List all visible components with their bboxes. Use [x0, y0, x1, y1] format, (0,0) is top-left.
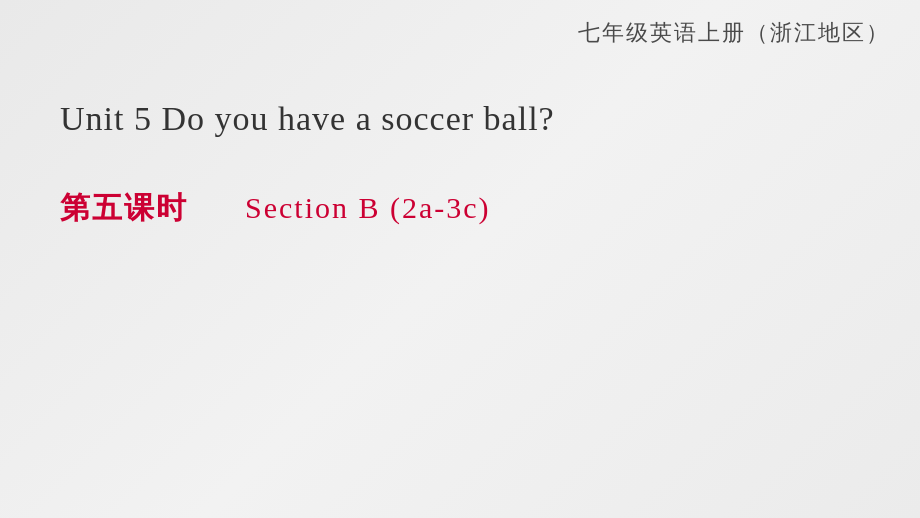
section-line: 第五课时 Section B (2a-3c)	[60, 188, 860, 229]
section-english: Section B (2a-3c)	[245, 191, 491, 224]
section-spacer	[198, 191, 236, 224]
unit-title: Unit 5 Do you have a soccer ball?	[60, 100, 860, 138]
slide-container: 七年级英语上册（浙江地区） Unit 5 Do you have a socce…	[0, 0, 920, 518]
section-chinese: 第五课时	[60, 191, 188, 224]
main-content: Unit 5 Do you have a soccer ball? 第五课时 S…	[60, 100, 860, 229]
top-title: 七年级英语上册（浙江地区）	[578, 18, 890, 48]
